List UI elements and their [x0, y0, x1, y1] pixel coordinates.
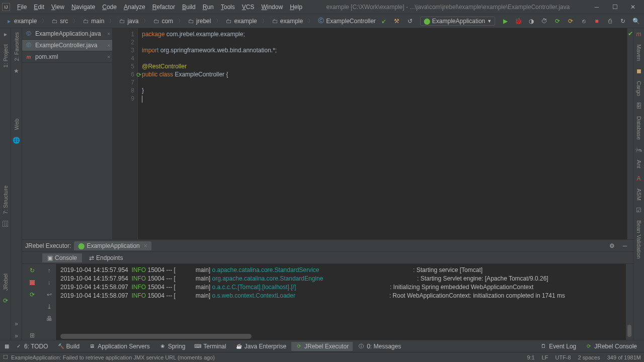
code[interactable]: package com.jrebel.example.example;impor…	[138, 28, 627, 239]
jrebel-rerun-icon[interactable]: ⟳	[28, 290, 37, 299]
breadcrumb-example[interactable]: 🗀example	[269, 17, 306, 26]
breadcrumb-example[interactable]: 🗀example	[223, 17, 260, 26]
star-icon[interactable]: ★	[13, 67, 21, 75]
ant-icon[interactable]: 🐜	[635, 146, 643, 154]
console-hscroll[interactable]	[60, 334, 252, 339]
menu-view[interactable]: View	[48, 3, 67, 12]
code-line[interactable]	[142, 78, 623, 86]
git-icon[interactable]: ⎙	[605, 16, 615, 26]
log-line[interactable]: 2019-10-04 14:15:58.097 INFO 15004 --- […	[60, 283, 622, 292]
menu-vcs[interactable]: VCS	[239, 3, 258, 12]
menu-tools[interactable]: Tools	[218, 3, 238, 12]
rerun-icon[interactable]: ↻	[28, 266, 37, 275]
bottom-tab-application-servers[interactable]: 🖥Application Servers	[85, 342, 153, 351]
code-line[interactable]: }	[142, 86, 623, 95]
structure-icon[interactable]: ⿲	[2, 220, 10, 228]
bottom-tab-event-log[interactable]: 🗒Event Log	[536, 342, 580, 351]
breadcrumb-src[interactable]: 🗀src	[49, 17, 71, 26]
project-tool-button[interactable]: 1: Project	[3, 42, 9, 69]
layout-icon[interactable]: ⊞	[28, 331, 37, 340]
bottom-tab-0-messages[interactable]: ⓘ0: Messages	[354, 342, 405, 351]
close-icon[interactable]: ×	[107, 54, 110, 60]
close-icon[interactable]: ×	[144, 242, 147, 249]
jrebel-debug-icon[interactable]: ⟳	[566, 16, 576, 26]
web-tool-button[interactable]: Web	[14, 117, 20, 132]
database-tool-button[interactable]: Database	[636, 114, 642, 142]
database-icon[interactable]: 🗄	[635, 102, 643, 110]
asm-tool-button[interactable]: ASM	[636, 187, 642, 203]
jrebel-run-icon[interactable]: ⟳	[552, 16, 562, 26]
menu-edit[interactable]: Edit	[31, 3, 47, 12]
menu-code[interactable]: Code	[99, 3, 120, 12]
console-scrollbar[interactable]	[626, 264, 633, 340]
menu-analyze[interactable]: Analyze	[121, 3, 148, 12]
code-line[interactable]	[142, 95, 623, 103]
bottom-tab-spring[interactable]: ❀Spring	[155, 342, 190, 351]
maven-icon[interactable]: m	[635, 30, 643, 38]
console-output[interactable]: 2019-10-04 14:15:57.954 INFO 15004 --- […	[56, 264, 626, 340]
favorites-tool-button[interactable]: 2: Favorites	[14, 30, 20, 63]
bottom-tab-6-todo[interactable]: ✓6: TODO	[11, 342, 52, 351]
encoding[interactable]: UTF-8	[555, 354, 571, 360]
close-icon[interactable]: ×	[107, 31, 110, 37]
code-line[interactable]	[142, 54, 623, 62]
bottom-tab-jrebel-executor[interactable]: ⟳JRebel Executor	[291, 342, 353, 351]
bottom-tab-build[interactable]: 🔨Build	[53, 342, 84, 351]
bean-icon[interactable]: ☑	[635, 206, 643, 214]
run-button[interactable]: ▶	[500, 16, 510, 26]
breadcrumb-java[interactable]: 🗀java	[116, 17, 141, 26]
code-line[interactable]	[142, 38, 623, 46]
file-tab-exampleapplication-java[interactable]: ⒸExampleApplication.java×	[22, 28, 112, 40]
stop-icon[interactable]	[28, 278, 37, 287]
close-icon[interactable]: ×	[107, 43, 110, 48]
hammer-icon[interactable]: ⚒	[392, 16, 402, 26]
menu-refactor[interactable]: Refactor	[149, 3, 178, 12]
bean-tool-button[interactable]: Bean Validation	[636, 218, 642, 260]
bottom-tab-jrebel-console[interactable]: ⟳JRebel Console	[581, 342, 641, 351]
attach-icon[interactable]: ⎋	[579, 16, 589, 26]
run-config-dropdown[interactable]: ⬤ ExampleApplication ▼	[420, 17, 495, 26]
scrollbar-thumb[interactable]	[627, 325, 631, 337]
indent[interactable]: 2 spaces	[578, 354, 600, 360]
code-line[interactable]: public class ExampleController {	[142, 70, 623, 78]
close-button[interactable]: ✕	[627, 3, 639, 12]
menu-run[interactable]: Run	[200, 3, 217, 12]
collapse-icon[interactable]: ▸	[2, 30, 10, 38]
expand-icon-2[interactable]: »	[13, 332, 21, 340]
down-icon[interactable]: ↓	[45, 278, 54, 287]
stop-button[interactable]: ■	[592, 16, 602, 26]
cargo-icon[interactable]: ◼	[635, 67, 643, 75]
jrebel-strip-icon[interactable]: ⟳	[2, 297, 10, 305]
jrebel-tool-button[interactable]: JRebel	[3, 272, 9, 293]
code-line[interactable]: package com.jrebel.example.example;	[142, 30, 623, 38]
print-icon[interactable]: 🖶	[45, 314, 54, 323]
line-ending[interactable]: LF	[542, 354, 548, 360]
window-icon[interactable]: ▦	[3, 343, 10, 350]
maximize-button[interactable]: ☐	[609, 3, 621, 12]
scroll-icon[interactable]: ⤓	[45, 302, 54, 311]
asm-icon[interactable]: A	[635, 174, 643, 183]
menu-window[interactable]: Window	[258, 3, 286, 12]
cargo-tool-button[interactable]: Cargo	[636, 79, 642, 98]
search-icon[interactable]: 🔍	[631, 16, 641, 26]
structure-tool-button[interactable]: 7: Structure	[3, 184, 9, 216]
expand-icon[interactable]: »	[13, 320, 21, 328]
console-tab[interactable]: ▣ Console	[42, 253, 82, 262]
file-tab-examplecontroller-java[interactable]: ⒸExampleController.java×	[22, 40, 112, 51]
executor-tab[interactable]: ⬤ ExampleApplication ×	[74, 241, 151, 250]
build-icon[interactable]: ↙	[379, 16, 389, 26]
memory[interactable]: 349 of 1981M	[607, 354, 641, 360]
wrap-icon[interactable]: ↩	[45, 290, 54, 299]
coverage-icon[interactable]: ◑	[526, 16, 536, 26]
update-icon[interactable]: ↻	[618, 16, 628, 26]
web-icon[interactable]: 🌐	[13, 136, 21, 144]
file-tab-pom-xml[interactable]: mpom.xml×	[22, 51, 112, 63]
bottom-tab-terminal[interactable]: ⌨Terminal	[190, 342, 230, 351]
breadcrumb-jrebel[interactable]: 🗀jrebel	[185, 17, 214, 26]
breadcrumb-example[interactable]: ▸example	[3, 17, 40, 26]
sync-icon[interactable]: ↺	[405, 16, 415, 26]
log-line[interactable]: 2019-10-04 14:15:58.097 INFO 15004 --- […	[60, 292, 622, 300]
profile-icon[interactable]: ⏱	[539, 16, 549, 26]
log-line[interactable]: 2019-10-04 14:15:57.954 INFO 15004 --- […	[60, 275, 622, 283]
log-line[interactable]: 2019-10-04 14:15:57.954 INFO 15004 --- […	[60, 266, 622, 275]
